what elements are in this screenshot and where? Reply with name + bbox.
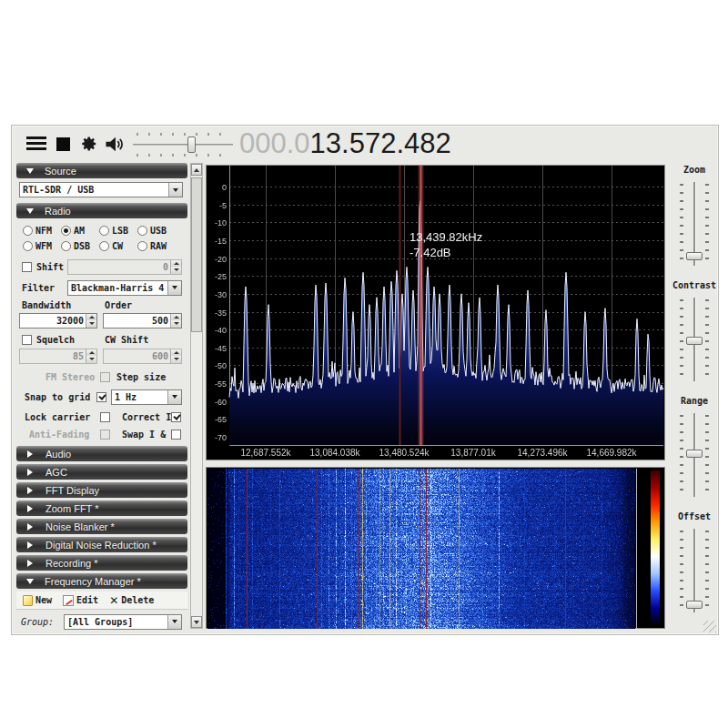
new-label: New (35, 595, 52, 605)
mode-wfm[interactable]: WFM (23, 241, 61, 251)
stop-button[interactable] (56, 137, 70, 151)
panel-header-fft-display[interactable]: FFT Display (16, 482, 187, 498)
gear-icon[interactable] (78, 134, 98, 154)
speaker-icon[interactable] (104, 135, 126, 154)
panel-title: Source (45, 166, 76, 177)
panel-header-noise-blanker[interactable]: Noise Blanker * (16, 519, 187, 534)
spin-down[interactable] (171, 356, 181, 363)
shift-spinner[interactable]: 0 (67, 259, 182, 275)
panel-header-zoom-fft[interactable]: Zoom FFT * (16, 500, 187, 516)
source-device-select[interactable]: RTL-SDR / USB (19, 182, 183, 197)
step-size-select[interactable]: 1 Hz (111, 389, 182, 405)
delete-button[interactable]: ✕Delete (106, 595, 157, 606)
scroll-down-button[interactable] (191, 616, 202, 628)
spin-up[interactable] (86, 314, 96, 321)
order-label: Order (105, 300, 132, 310)
panel-header-agc[interactable]: AGC (16, 464, 187, 480)
dropdown-button[interactable] (168, 183, 182, 197)
slider-label: Zoom (669, 165, 720, 177)
expand-icon (27, 560, 33, 567)
mode-dsb[interactable]: DSB (61, 241, 99, 251)
spin-up[interactable] (171, 314, 181, 321)
spin-down[interactable] (86, 356, 96, 363)
slider-track-area[interactable] (669, 298, 720, 381)
shift-checkbox[interactable] (22, 262, 32, 272)
slider-ticks-bottom (136, 154, 228, 157)
squelch-checkbox[interactable] (22, 335, 32, 345)
collapse-icon (26, 579, 34, 584)
panel-header-recording[interactable]: Recording * (16, 555, 187, 571)
slider-thumb[interactable] (686, 601, 703, 609)
sdr-app-window: 000.013.572.482 Source RTL-SDR / USB Rad… (11, 125, 719, 635)
group-select[interactable]: [All Groups] (64, 614, 182, 630)
slider-thumb[interactable] (686, 252, 703, 260)
slider-thumb[interactable] (686, 337, 703, 345)
dropdown-button[interactable] (167, 615, 181, 629)
mode-label: WFM (35, 241, 52, 251)
squelch-spinner[interactable]: 85 (19, 349, 97, 364)
spin-down[interactable] (171, 320, 181, 328)
shift-label: Shift (36, 262, 64, 272)
radio-button (99, 241, 109, 251)
scrollbar-thumb[interactable] (191, 177, 202, 332)
spin-down[interactable] (171, 267, 181, 274)
slider-track-area[interactable] (669, 182, 720, 266)
contrast-slider[interactable]: Contrast (669, 280, 720, 382)
mode-cw[interactable]: CW (99, 241, 137, 251)
panel-header-digital-noise-reduction[interactable]: Digital Noise Reduction * (16, 537, 187, 552)
sidebar-scrollbar[interactable] (190, 163, 203, 629)
panel-header-frequency-manager[interactable]: Frequency Manager * (16, 573, 187, 589)
zoom-slider[interactable]: Zoom (669, 165, 720, 267)
snap-to-grid-checkbox[interactable] (96, 392, 106, 402)
spin-up[interactable] (171, 349, 181, 357)
filter-label: Filter (22, 283, 55, 293)
scroll-up-button[interactable] (191, 164, 202, 176)
bandwidth-spinner[interactable]: 32000 (19, 313, 97, 329)
radio-button (61, 226, 71, 236)
cw-shift-spinner[interactable]: 600 (103, 349, 182, 364)
dropdown-button[interactable] (167, 390, 181, 404)
panel-header-radio[interactable]: Radio (16, 203, 187, 218)
dropdown-button[interactable] (167, 281, 181, 295)
edit-button[interactable]: Edit (59, 595, 102, 606)
correct-iq-checkbox[interactable] (171, 412, 181, 422)
slider-ticks (705, 299, 709, 379)
waterfall-canvas[interactable] (207, 469, 635, 629)
swap-iq-checkbox[interactable] (171, 430, 181, 440)
new-button[interactable]: New (19, 595, 56, 606)
mode-usb[interactable]: USB (137, 226, 187, 236)
radio-button (61, 241, 71, 251)
resize-grip[interactable] (703, 621, 716, 632)
frequency-display[interactable]: 000.013.572.482 (239, 127, 451, 160)
squelch-value: 85 (20, 351, 86, 361)
spectrum-canvas[interactable] (207, 166, 664, 460)
slider-track-area[interactable] (669, 413, 720, 497)
expand-icon (27, 487, 33, 494)
spin-up[interactable] (171, 260, 181, 268)
mode-label: RAW (150, 241, 167, 251)
mode-raw[interactable]: RAW (137, 241, 187, 251)
bandwidth-label: Bandwidth (22, 300, 71, 310)
spin-down[interactable] (86, 320, 96, 328)
mode-nfm[interactable]: NFM (23, 226, 61, 236)
mode-am[interactable]: AM (61, 226, 99, 236)
slider-track-area[interactable] (669, 529, 720, 612)
slider-thumb[interactable] (686, 450, 703, 458)
spin-up[interactable] (86, 349, 96, 357)
lock-carrier-checkbox[interactable] (100, 412, 110, 422)
radio-button (137, 241, 147, 251)
panel-title: FFT Display (46, 485, 99, 496)
panel-header-source[interactable]: Source (16, 163, 187, 178)
order-spinner[interactable]: 500 (103, 313, 182, 329)
mode-lsb[interactable]: LSB (99, 226, 137, 236)
menu-icon[interactable] (26, 136, 46, 152)
volume-slider[interactable] (133, 131, 233, 158)
waterfall-colorbar (651, 470, 660, 625)
filter-select[interactable]: Blackman-Harris 4 (67, 280, 182, 296)
slider-thumb[interactable] (187, 136, 196, 153)
mode-label: USB (150, 226, 167, 236)
range-slider[interactable]: Range (669, 396, 720, 498)
offset-slider[interactable]: Offset (669, 511, 720, 613)
panel-header-audio[interactable]: Audio (16, 446, 187, 461)
display-sliders-rail: ZoomContrastRangeOffset (669, 163, 720, 631)
